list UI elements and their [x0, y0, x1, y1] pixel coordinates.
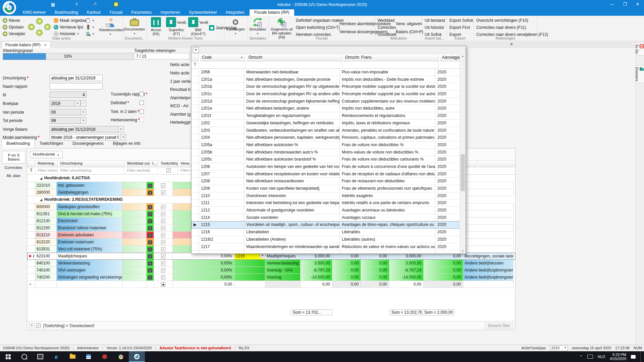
- cell-info[interactable]: i: [147, 218, 154, 225]
- taskbar-adsolut-active[interactable]: [129, 351, 145, 362]
- popup-filter-omschr-frans[interactable]: [343, 61, 439, 69]
- grid-row-640100[interactable]: 640100Verkeersbelastingi✓0,00%Verkeersbe…: [27, 260, 515, 267]
- paste-dropdown-button[interactable]: ▼: [86, 17, 95, 23]
- minimize-button[interactable]: ─: [606, 0, 619, 9]
- popup-cell-code[interactable]: 1201d: [199, 98, 244, 105]
- popup-cell-omschr-frans[interactable]: Impôts non déductibles - Dette fiscale e…: [340, 76, 435, 83]
- maak-ongedaan-button[interactable]: ↩Maak ongedaan: [54, 17, 89, 23]
- cell-omschrijving[interactable]: VAA voertuigen: [57, 267, 122, 274]
- cell-value-4[interactable]: 0,00: [424, 274, 463, 281]
- new-omschrijving[interactable]: [57, 281, 122, 288]
- cell-value-2[interactable]: 0,00: [361, 267, 389, 274]
- cell-toelichting[interactable]: ✓: [154, 232, 173, 239]
- taskbar-search[interactable]: [16, 351, 32, 362]
- popup-cell-aanslagjaar[interactable]: 2020: [435, 243, 460, 251]
- popup-cell-omschr[interactable]: Door de vennootschap gedragen RV op uitg…: [244, 83, 340, 90]
- popup-cell-code[interactable]: 1208: [199, 178, 244, 185]
- new-verw[interactable]: 0,00: [173, 281, 234, 288]
- cell-omschrijving[interactable]: Erelonen notarissen: [57, 239, 122, 246]
- cell-toelichting[interactable]: ✓: [154, 182, 173, 189]
- new-val-2[interactable]: 0,00: [361, 281, 389, 288]
- popup-cell-aanslagjaar[interactable]: 2020: [435, 156, 460, 163]
- dock-tab-todo[interactable]: To Do: [637, 43, 644, 56]
- popup-cell-omschr-frans[interactable]: Amendes, pénalités et confiscations de t…: [340, 127, 435, 134]
- cell-werkblad[interactable]: [122, 267, 147, 274]
- popup-cell-aanslagjaar[interactable]: 2020: [435, 185, 460, 192]
- popup-row-1214[interactable]: 1214Sociale voordelenAvantages sociaux20…: [192, 214, 466, 222]
- popup-cell-aanslagjaar[interactable]: 2020: [435, 112, 460, 120]
- nav-previous-button[interactable]: ◀: [36, 18, 43, 24]
- popup-cell-code[interactable]: 1216/2: [199, 236, 244, 243]
- cell-value-1[interactable]: 0,00: [332, 260, 361, 267]
- popup-cell-omschr[interactable]: Interesten met betrekking tot een gedeel…: [244, 199, 340, 207]
- popup-cell-aanslagjaar[interactable]: 2020: [435, 149, 460, 156]
- filter-omschrijving[interactable]: Filter omschrijving: [59, 167, 124, 175]
- cell-werkblad[interactable]: [122, 225, 147, 232]
- menu-item-systeembeheer[interactable]: Systeembeheer: [184, 9, 221, 16]
- calculator-icon[interactable]: ▦: [50, 2, 56, 8]
- cell-werkblad[interactable]: [122, 218, 147, 225]
- start-button[interactable]: [0, 351, 16, 362]
- new-val-3[interactable]: 0,00: [389, 281, 424, 288]
- popup-col-code[interactable]: Code▲: [200, 54, 245, 61]
- cell-info[interactable]: i: [147, 274, 154, 281]
- popup-cell-code[interactable]: 1202: [199, 120, 244, 127]
- popup-row-1204[interactable]: 1204Niet-aftrekbare pensioenen, kapitale…: [192, 134, 466, 141]
- van-periode-input[interactable]: [50, 109, 81, 115]
- popup-row-1201a[interactable]: 1201aNiet aftrekbare belastingen, Geraam…: [192, 76, 466, 83]
- filter-enabled-checkbox[interactable]: ✓: [36, 323, 41, 328]
- popup-cell-omschr[interactable]: Terugbetalingen en regulariseringen: [244, 112, 340, 120]
- verw-uitgaven-button[interactable]: Verw. uitgaven: [396, 21, 422, 27]
- nav-first-button[interactable]: ◀: [28, 24, 35, 30]
- cell-value-4[interactable]: 0,00: [424, 260, 463, 267]
- cell-detail-omschrijving[interactable]: Maaltijdcheques: [265, 253, 301, 260]
- scroll-up-icon[interactable]: ▲: [460, 54, 465, 59]
- popup-cell-omschr-frans[interactable]: Avantages anormaux ou bénévoles: [340, 207, 435, 214]
- popup-cell-omschr-frans[interactable]: Libéralités (autres): [340, 236, 435, 243]
- popup-cell-aanslagjaar[interactable]: 2020: [435, 207, 460, 214]
- task-view-button[interactable]: [32, 351, 48, 362]
- popup-cell-aanslagjaar[interactable]: 2020: [435, 163, 460, 171]
- cell-toelichting[interactable]: ✓: [154, 267, 173, 274]
- van-periode-dropdown[interactable]: ▼: [80, 109, 86, 115]
- popup-row-1201e[interactable]: 1201eNiet aftrekbare belastingen, andere…: [192, 105, 466, 112]
- tot-periode-input[interactable]: [50, 117, 81, 124]
- werkblad-button[interactable]: Werkblad: [378, 18, 394, 23]
- popup-row-1203[interactable]: 1203Geldboeten, verbeurdverklaringen en …: [192, 127, 466, 134]
- new-code[interactable]: [234, 281, 265, 288]
- cell-omschrijving[interactable]: Verz.roll.materieel (75%): [57, 246, 122, 253]
- cell-rekening[interactable]: 280000: [35, 189, 57, 196]
- popup-cell-omschr[interactable]: Niet-aftrekbare receptiekosten en kosten…: [244, 171, 340, 178]
- bewerk-filter-button[interactable]: Bewerk filter: [485, 323, 513, 329]
- cell-code[interactable]: [234, 274, 265, 281]
- grid-row-740100[interactable]: 740100VAA voertuigeni✓0,00%Voertuig - VA…: [27, 267, 515, 274]
- new-oms2[interactable]: [265, 281, 301, 288]
- popup-row-1201f[interactable]: 1201fTerugbetalingen en regulariseringen…: [192, 112, 466, 120]
- cell-detail-omschrijving[interactable]: Verkeersbelasting: [265, 260, 301, 267]
- popup-cell-code[interactable]: 1211: [199, 199, 244, 207]
- new-val-1[interactable]: 0,00: [332, 281, 361, 288]
- nav-next-button[interactable]: ▶: [36, 29, 43, 36]
- cell-omschrijving[interactable]: Ontvangen vergoeding verzekeringen onge.…: [57, 274, 122, 281]
- popup-row-1201d[interactable]: 1201dDoor de vennootschap gedragen bijko…: [192, 98, 466, 105]
- side-tab-p-en-s-balans[interactable]: P en S Balans: [2, 151, 25, 164]
- new-cat[interactable]: [463, 281, 514, 288]
- cell-werkblad[interactable]: [122, 239, 147, 246]
- cell-info[interactable]: i: [147, 260, 154, 267]
- cell-toelichting[interactable]: ✓: [154, 203, 173, 210]
- checkbox-tussentijds-rapport[interactable]: [140, 92, 144, 96]
- overzicht-verrichtingen-button[interactable]: Overzicht verrichtingen (F10): [476, 18, 528, 23]
- popup-cell-aanslagjaar[interactable]: 2020: [435, 221, 460, 229]
- cell-omschrijving[interactable]: Aankopen grondstoffen: [57, 203, 122, 210]
- popup-cell-omschr[interactable]: Niet aftrekbare autokosten brandstof %: [244, 156, 340, 163]
- popup-cell-omschr[interactable]: Abnormale of goedgunstige voordelen: [244, 207, 340, 214]
- cell-rekening[interactable]: 600000: [35, 203, 57, 210]
- popup-cell-aanslagjaar[interactable]: 2020: [435, 83, 460, 90]
- popup-row-1202[interactable]: 1202Gewestelijke belastingen, heffingen …: [192, 120, 466, 127]
- code-dropdown-icon[interactable]: ▼: [260, 253, 265, 258]
- cell-value-3[interactable]: -8.797,24: [389, 267, 424, 274]
- popup-cell-omschr-frans[interactable]: Frais de voiture à concurrence d'une quo…: [340, 163, 435, 171]
- popup-cell-omschr[interactable]: Niet aftrekbare belastingen, andere: [244, 105, 340, 112]
- popup-cell-code[interactable]: 1206: [199, 163, 244, 171]
- popup-close-button[interactable]: ✕: [193, 47, 199, 53]
